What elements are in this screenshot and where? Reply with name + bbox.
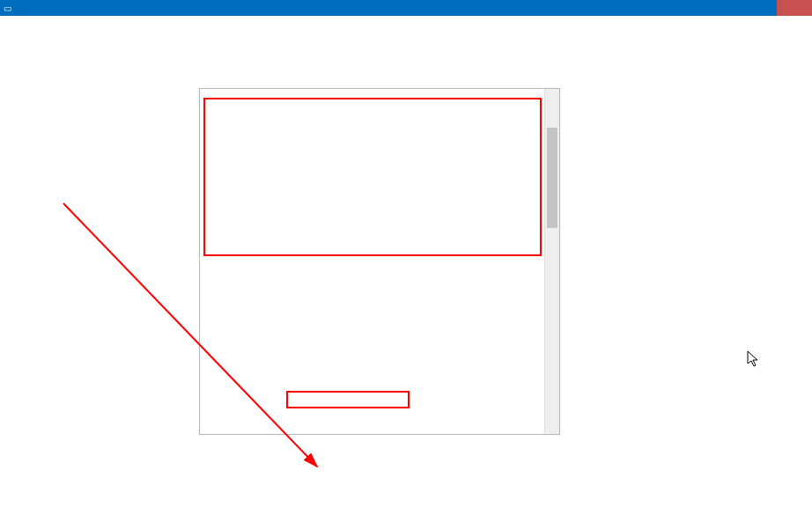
scrollbar[interactable] [544, 89, 559, 434]
mouse-cursor-icon [747, 350, 761, 372]
titlebar: ▭ [0, 0, 812, 16]
wizard-sidebar [0, 72, 199, 435]
scroll-thumb[interactable] [547, 128, 557, 228]
window-icon: ▭ [4, 4, 11, 13]
roles-tree [199, 88, 560, 435]
close-button[interactable] [777, 0, 812, 16]
